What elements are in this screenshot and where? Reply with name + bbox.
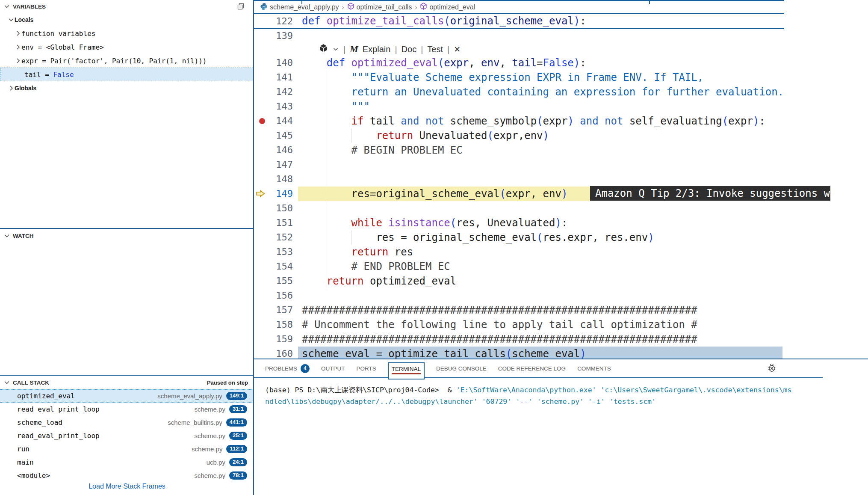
ai-test-button[interactable]: Test <box>427 44 443 54</box>
code-line[interactable]: 146 # BEGIN PROBLEM EC <box>254 143 868 157</box>
code-content[interactable]: return Unevaluated(expr,env) <box>298 128 868 143</box>
editor-gutter[interactable]: 152 <box>254 230 298 245</box>
code-content[interactable]: ########################################… <box>298 332 868 347</box>
code-content[interactable]: """ <box>298 29 868 43</box>
chevron-right-icon[interactable] <box>8 85 15 92</box>
code-content[interactable] <box>298 201 868 216</box>
bug-close-icon[interactable] <box>767 363 776 375</box>
code-line[interactable]: 151 while isinstance(res, Unevaluated): <box>254 216 868 230</box>
chevron-down-icon[interactable] <box>8 16 15 23</box>
editor-gutter[interactable]: 158 <box>254 317 298 332</box>
editor-gutter[interactable]: 147 <box>254 157 298 172</box>
code-content[interactable]: def optimized_eval(expr, env, tail=False… <box>298 56 868 70</box>
code-content[interactable]: while isinstance(res, Unevaluated): <box>298 216 868 230</box>
code-content[interactable]: return res <box>298 245 868 259</box>
variable-item[interactable]: function variables <box>0 27 253 40</box>
variables-section-header[interactable]: VARIABLES <box>0 0 253 13</box>
code-content[interactable]: if tail and not scheme_symbolp(expr) and… <box>298 114 868 128</box>
editor-gutter[interactable]: 145 <box>254 128 298 143</box>
sticky-scroll-line[interactable]: 122def optimize_tail_calls(original_sche… <box>254 14 784 29</box>
panel-tab-output[interactable]: OUTPUT <box>321 365 345 372</box>
tree-item-globals[interactable]: Globals <box>0 81 253 95</box>
breadcrumb[interactable]: scheme_eval_apply.py›optimize_tail_calls… <box>254 1 784 14</box>
breadcrumb-item[interactable]: optimized_eval <box>420 3 475 12</box>
variable-item[interactable]: expr = Pair('factor', Pair(10, Pair(1, n… <box>0 54 253 68</box>
editor-gutter[interactable]: 149 <box>254 187 298 201</box>
editor-gutter[interactable]: 146 <box>254 143 298 157</box>
panel-tab-terminal[interactable]: TERMINAL <box>388 362 425 379</box>
watch-section-header[interactable]: WATCH <box>0 229 253 242</box>
panel-tab-code-reference-log[interactable]: CODE REFERENCE LOG <box>498 365 566 372</box>
code-content[interactable]: scheme_eval = optimize_tail_calls(scheme… <box>298 347 868 359</box>
code-line[interactable]: 144 if tail and not scheme_symbolp(expr)… <box>254 114 868 128</box>
code-line[interactable]: 142 return an Unevaluated containing an … <box>254 85 868 99</box>
editor-lines[interactable]: 139""" | M Explain | Doc | Test | ✕ 140 … <box>254 29 868 359</box>
editor-gutter[interactable]: 159 <box>254 332 298 347</box>
editor-gutter[interactable]: 140 <box>254 56 298 70</box>
code-line[interactable]: 141 """Evaluate Scheme expression EXPR i… <box>254 70 868 85</box>
variable-item[interactable]: tail = False <box>0 68 253 81</box>
code-content[interactable]: return optimized_eval <box>298 274 868 288</box>
code-line[interactable]: 140 def optimized_eval(expr, env, tail=F… <box>254 56 868 70</box>
chevron-down-icon[interactable] <box>3 3 10 10</box>
code-line[interactable]: 147 <box>254 157 868 172</box>
editor-gutter[interactable]: 160 <box>254 347 298 359</box>
code-content[interactable]: """ <box>298 99 868 114</box>
panel-tab-problems[interactable]: PROBLEMS4 <box>265 364 310 373</box>
panel-tab-debug-console[interactable]: DEBUG CONSOLE <box>436 365 487 372</box>
stack-frame[interactable]: mainucb.py24:1 <box>0 456 253 469</box>
code-line[interactable]: 150 <box>254 201 868 216</box>
code-content[interactable]: # Uncomment the following line to apply … <box>298 317 868 332</box>
code-content[interactable] <box>298 288 868 303</box>
terminal-output[interactable]: (base) PS D:\南大上课资料\SICP\proj04-Code> & … <box>254 378 868 407</box>
panel-tab-comments[interactable]: COMMENTS <box>577 365 611 372</box>
code-content[interactable] <box>298 172 868 187</box>
code-content[interactable]: return an Unevaluated containing an expr… <box>298 85 868 99</box>
editor-gutter[interactable]: 155 <box>254 274 298 288</box>
code-line[interactable]: 156 <box>254 288 868 303</box>
collapse-all-icon[interactable] <box>237 3 245 12</box>
editor-gutter[interactable]: 142 <box>254 85 298 99</box>
code-content[interactable]: res = original_scheme_eval(res.expr, res… <box>298 230 868 245</box>
code-line[interactable]: 154 # END PROBLEM EC <box>254 259 868 274</box>
breakpoint-icon[interactable] <box>259 118 265 124</box>
call-stack-section-header[interactable]: CALL STACK Paused on step <box>0 376 253 389</box>
chevron-down-icon[interactable] <box>3 232 10 239</box>
breadcrumb-item[interactable]: optimize_tail_calls <box>347 3 412 12</box>
stack-frame[interactable]: read_eval_print_loopscheme.py25:1 <box>0 429 253 442</box>
code-line[interactable]: 160scheme_eval = optimize_tail_calls(sch… <box>254 347 868 359</box>
editor-gutter[interactable]: 143 <box>254 99 298 114</box>
chevron-right-icon[interactable] <box>15 57 21 64</box>
editor-gutter[interactable]: 148 <box>254 172 298 187</box>
code-content[interactable]: def optimize_tail_calls(original_scheme_… <box>298 14 784 28</box>
stack-frame[interactable]: runscheme.py112:1 <box>0 442 253 456</box>
ai-doc-button[interactable]: Doc <box>402 44 417 54</box>
code-line[interactable]: 122def optimize_tail_calls(original_sche… <box>254 14 784 28</box>
chevron-right-icon[interactable] <box>15 44 21 50</box>
code-line[interactable]: 158# Uncomment the following line to app… <box>254 317 868 332</box>
editor-gutter[interactable]: 141 <box>254 70 298 85</box>
code-line[interactable]: 148 <box>254 172 868 187</box>
stack-frame[interactable]: optimized_evalscheme_eval_apply.py149:1 <box>0 389 253 403</box>
editor-gutter[interactable]: 153 <box>254 245 298 259</box>
code-line[interactable]: 157#####################################… <box>254 303 868 317</box>
load-more-stack-frames-link[interactable]: Load More Stack Frames <box>0 483 254 490</box>
code-line[interactable]: 155 return optimized_eval <box>254 274 868 288</box>
code-line[interactable]: 149 res=original_scheme_eval(expr, env)A… <box>254 187 868 201</box>
chevron-down-icon[interactable] <box>3 379 10 386</box>
code-content[interactable]: # BEGIN PROBLEM EC <box>298 143 868 157</box>
stack-frame[interactable]: scheme_loadscheme_builtins.py441:1 <box>0 416 253 429</box>
editor-gutter[interactable]: 150 <box>254 201 298 216</box>
code-line[interactable]: 159#####################################… <box>254 332 868 347</box>
code-content[interactable] <box>298 157 868 172</box>
editor-gutter[interactable]: 154 <box>254 259 298 274</box>
editor-gutter[interactable]: 122 <box>254 14 298 28</box>
code-content[interactable]: ########################################… <box>298 303 868 317</box>
panel-tab-ports[interactable]: PORTS <box>357 365 376 372</box>
chevron-right-icon[interactable] <box>15 30 21 37</box>
editor-gutter[interactable]: 139 <box>254 29 298 43</box>
code-content[interactable]: # END PROBLEM EC <box>298 259 868 274</box>
editor-gutter[interactable]: 151 <box>254 216 298 230</box>
code-content[interactable]: res=original_scheme_eval(expr, env)Amazo… <box>298 187 868 201</box>
ai-explain-button[interactable]: Explain <box>363 44 391 54</box>
